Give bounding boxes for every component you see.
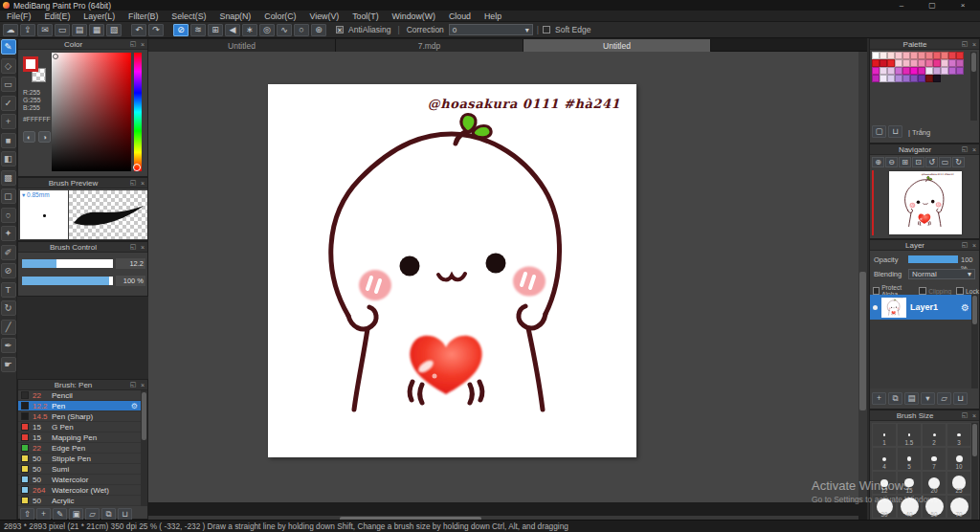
palette-swatch[interactable] <box>895 67 902 75</box>
menu-item[interactable]: Window(W) <box>386 11 442 22</box>
palette-swatch[interactable] <box>872 59 880 67</box>
sv-cursor[interactable] <box>53 54 58 59</box>
menu-item[interactable]: Filter(B) <box>122 11 165 22</box>
undo-icon[interactable]: ↶ <box>131 24 146 36</box>
popout-icon[interactable]: ◱ <box>960 145 969 153</box>
scrollbar-thumb[interactable] <box>972 424 977 456</box>
popout-icon[interactable]: ◱ <box>128 243 138 251</box>
document-tab[interactable]: Untitled <box>523 39 711 52</box>
palette-swatch[interactable] <box>925 67 933 75</box>
menu-item[interactable]: Help <box>478 11 508 22</box>
palette-mode-button[interactable]: ◐ <box>23 131 35 143</box>
palette-swatch[interactable] <box>872 67 880 75</box>
antialias-checkbox[interactable]: ✕ <box>336 26 344 33</box>
popout-icon[interactable]: ◱ <box>960 40 969 48</box>
chat-icon[interactable]: ▭ <box>55 24 70 36</box>
brush-size-cell[interactable]: 10 <box>947 447 971 471</box>
radial-snap-icon[interactable]: ∗ <box>242 24 257 36</box>
palette-swatch[interactable] <box>941 52 948 59</box>
brush-size-cell[interactable]: 2 <box>922 423 947 447</box>
palette-swatch[interactable] <box>925 52 933 59</box>
palette-swatch[interactable] <box>933 75 941 82</box>
zoom-in-icon[interactable]: ⊕ <box>872 157 884 167</box>
gear-icon[interactable]: ⚙ <box>131 402 138 410</box>
popout-icon[interactable]: ◱ <box>128 179 138 187</box>
close-icon[interactable]: × <box>969 41 979 48</box>
palette-swatch[interactable] <box>880 59 887 67</box>
rotate-right-icon[interactable]: ↻ <box>952 157 965 167</box>
close-button[interactable]: × <box>947 0 978 11</box>
brush-row[interactable]: 22 Pencil ⚙ <box>18 390 142 401</box>
bucket-tool[interactable]: ◧ <box>1 151 16 166</box>
menu-item[interactable]: Select(S) <box>165 11 212 22</box>
palette-swatch[interactable] <box>895 75 902 82</box>
brush-tool[interactable]: ✎ <box>1 39 16 55</box>
soft-edge-checkbox[interactable] <box>543 26 550 33</box>
panel-icon[interactable]: ▦ <box>89 24 104 36</box>
menu-item[interactable]: View(V) <box>303 11 346 22</box>
palette-swatch[interactable] <box>956 59 964 67</box>
close-icon[interactable]: × <box>138 382 147 388</box>
navigator-thumbnail[interactable] <box>889 171 962 234</box>
saturation-value-picker[interactable] <box>52 53 131 171</box>
text-tool[interactable]: T <box>1 282 16 298</box>
palette-swatch[interactable] <box>956 52 964 59</box>
fit-window-icon[interactable]: ⊞ <box>899 157 911 167</box>
brush-size-label[interactable]: ▾ 0.85mm <box>22 191 50 199</box>
menu-item[interactable]: Cloud <box>442 11 478 22</box>
select-eraser-tool[interactable]: ⊘ <box>1 263 16 278</box>
redo-icon[interactable]: ↷ <box>148 24 164 36</box>
brush-row[interactable]: 264 Watercolor (Wet) ⚙ <box>18 485 142 496</box>
palette-swatch[interactable] <box>895 59 902 67</box>
lasso-tool[interactable]: ○ <box>1 208 16 223</box>
palette-swatch[interactable] <box>956 67 964 75</box>
delete-layer-icon[interactable]: ⊔ <box>953 392 968 405</box>
brush-row[interactable]: 15 Mapping Pen ⚙ <box>18 432 142 443</box>
palette-swatch[interactable] <box>948 67 956 75</box>
scrollbar[interactable] <box>971 295 978 388</box>
foreground-color-swatch[interactable] <box>23 56 38 72</box>
select-tool[interactable]: ▢ <box>1 188 16 204</box>
layer-opacity-slider[interactable] <box>908 255 958 263</box>
move-tool[interactable]: + <box>1 114 16 129</box>
brush-row[interactable]: 50 Stipple Pen ⚙ <box>18 454 142 464</box>
add-color-icon[interactable]: ▢ <box>872 125 886 138</box>
zoom-out-icon[interactable]: ⊖ <box>885 157 898 167</box>
close-icon[interactable]: × <box>969 412 979 419</box>
export-icon[interactable]: ⇪ <box>20 24 35 36</box>
snap-pen-tool[interactable]: ✓ <box>1 96 16 111</box>
eyedropper-tool[interactable]: ✒ <box>1 338 16 353</box>
brush-size-cell[interactable]: 50 <box>922 495 947 519</box>
document-tab[interactable]: 7.mdp <box>336 39 523 52</box>
menu-item[interactable]: Layer(L) <box>77 11 122 22</box>
popout-icon[interactable]: ◱ <box>128 40 138 48</box>
no-correction-icon[interactable]: ⊘ <box>173 24 189 36</box>
select-pen-tool[interactable]: ✐ <box>1 245 16 260</box>
scrollbar-thumb[interactable] <box>142 392 146 440</box>
layer-row[interactable]: Layer1 ⚙ <box>870 295 973 320</box>
layer-folder-icon[interactable]: ▱ <box>937 392 951 405</box>
vertical-scrollbar[interactable] <box>858 52 867 502</box>
palette-swatch[interactable] <box>948 52 956 59</box>
brush-size-cell[interactable]: 40 <box>897 495 922 519</box>
palette-swatch[interactable] <box>880 67 887 75</box>
close-icon[interactable]: × <box>969 242 979 249</box>
layer-menu-icon[interactable]: ▾ <box>921 392 935 405</box>
brush-size-cell[interactable]: 1 <box>872 423 897 447</box>
scrollbar[interactable] <box>971 423 978 528</box>
palette-swatch[interactable] <box>941 67 948 75</box>
popout-icon[interactable]: ◱ <box>960 241 969 249</box>
checkbox-icon[interactable] <box>956 287 964 295</box>
document-tab[interactable]: Untitled <box>148 39 336 52</box>
layers-snap-icon[interactable]: ≋ <box>190 24 206 36</box>
popout-icon[interactable]: ◱ <box>960 411 969 419</box>
palette-swatch[interactable] <box>925 59 933 67</box>
menu-item[interactable]: Snap(N) <box>213 11 258 22</box>
blending-dropdown[interactable]: Normal ▾ <box>908 269 975 279</box>
scrollbar-thumb[interactable] <box>972 296 977 324</box>
rotate-view-tool[interactable]: ↻ <box>1 300 16 316</box>
ellipse-snap-icon[interactable]: ○ <box>294 24 309 36</box>
brush-row[interactable]: 22 Edge Pen ⚙ <box>18 443 142 454</box>
brush-size-slider[interactable] <box>22 259 113 268</box>
brush-size-cell[interactable]: 30 <box>872 495 897 519</box>
